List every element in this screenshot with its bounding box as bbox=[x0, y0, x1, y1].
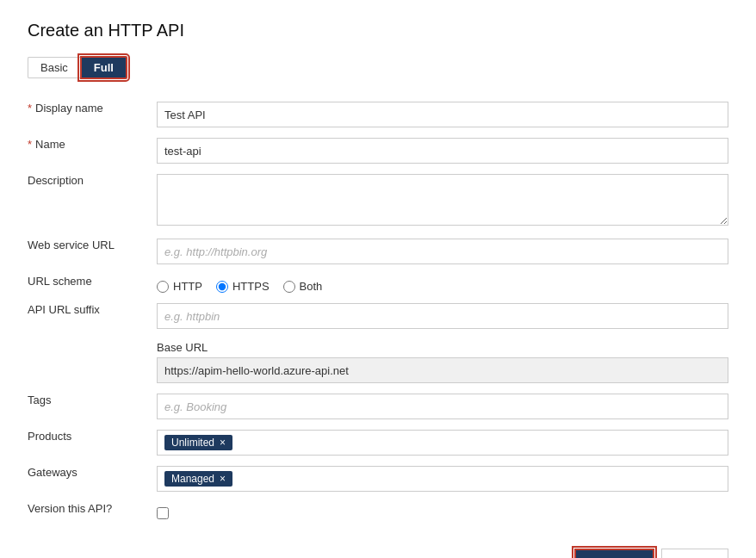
gateway-chip-managed: Managed × bbox=[164, 471, 232, 487]
products-input-wrap[interactable]: Unlimited × bbox=[157, 430, 728, 456]
gateway-chip-label: Managed bbox=[171, 473, 214, 485]
tags-input[interactable] bbox=[157, 394, 728, 419]
footer-row: Create Cancel bbox=[28, 549, 728, 558]
tags-label: Tags bbox=[28, 388, 157, 425]
url-scheme-https-label[interactable]: HTTPS bbox=[216, 280, 270, 293]
version-row: Version this API? bbox=[28, 497, 728, 524]
name-input[interactable] bbox=[157, 138, 728, 164]
web-service-url-cell bbox=[157, 233, 728, 270]
description-cell bbox=[157, 169, 728, 233]
product-chip-label: Unlimited bbox=[171, 437, 214, 449]
gateways-input-wrap[interactable]: Managed × bbox=[157, 466, 728, 492]
gateway-chip-close[interactable]: × bbox=[220, 474, 226, 484]
name-label: *Name bbox=[28, 133, 157, 169]
web-service-url-row: Web service URL bbox=[28, 233, 728, 270]
url-scheme-row: URL scheme HTTP HTTPS Both bbox=[28, 270, 728, 298]
products-cell: Unlimited × bbox=[157, 425, 728, 461]
tab-row: Basic Full bbox=[28, 56, 728, 79]
url-scheme-both-label[interactable]: Both bbox=[283, 280, 323, 293]
version-checkbox-row bbox=[157, 502, 728, 519]
required-star-name: * bbox=[28, 138, 32, 151]
products-label: Products bbox=[28, 425, 157, 461]
web-service-url-label: Web service URL bbox=[28, 233, 157, 270]
url-scheme-https-text: HTTPS bbox=[232, 280, 270, 293]
version-cell bbox=[157, 497, 728, 524]
base-url-spacer bbox=[28, 334, 157, 388]
page-title: Create an HTTP API bbox=[28, 21, 728, 40]
product-chip-unlimited: Unlimited × bbox=[164, 435, 232, 450]
version-checkbox[interactable] bbox=[157, 507, 169, 519]
api-url-suffix-label: API URL suffix bbox=[28, 298, 157, 334]
api-url-suffix-row: API URL suffix bbox=[28, 298, 728, 334]
tags-row: Tags bbox=[28, 388, 728, 425]
display-name-row: *Display name bbox=[28, 96, 728, 133]
url-scheme-https-radio[interactable] bbox=[216, 281, 228, 293]
gateways-cell: Managed × bbox=[157, 461, 728, 497]
api-url-suffix-cell bbox=[157, 298, 728, 334]
gateways-label: Gateways bbox=[28, 461, 157, 497]
description-label: Description bbox=[28, 169, 157, 233]
base-url-cell: Base URL https://apim-hello-world.azure-… bbox=[157, 334, 728, 388]
display-name-label: *Display name bbox=[28, 96, 157, 133]
url-scheme-cell: HTTP HTTPS Both bbox=[157, 270, 728, 298]
create-button[interactable]: Create bbox=[574, 549, 654, 558]
url-scheme-label: URL scheme bbox=[28, 270, 157, 298]
tags-cell bbox=[157, 388, 728, 425]
gateways-row: Gateways Managed × bbox=[28, 461, 728, 497]
name-row: *Name bbox=[28, 133, 728, 169]
base-url-row: Base URL https://apim-hello-world.azure-… bbox=[28, 334, 728, 388]
base-url-label: Base URL bbox=[157, 339, 728, 354]
url-scheme-http-radio[interactable] bbox=[157, 281, 169, 293]
description-row: Description bbox=[28, 169, 728, 233]
form-table: *Display name *Name Description Web serv… bbox=[28, 96, 728, 524]
url-scheme-both-radio[interactable] bbox=[283, 281, 295, 293]
version-label: Version this API? bbox=[28, 497, 157, 524]
base-url-value: https://apim-hello-world.azure-api.net bbox=[157, 357, 728, 383]
description-textarea[interactable] bbox=[157, 174, 728, 226]
required-star-display: * bbox=[28, 102, 32, 115]
display-name-input[interactable] bbox=[157, 102, 728, 127]
name-cell bbox=[157, 133, 728, 169]
products-row: Products Unlimited × bbox=[28, 425, 728, 461]
display-name-cell bbox=[157, 96, 728, 133]
cancel-button[interactable]: Cancel bbox=[661, 549, 728, 558]
product-chip-close[interactable]: × bbox=[220, 437, 226, 448]
tab-full[interactable]: Full bbox=[80, 56, 127, 79]
url-scheme-radio-group: HTTP HTTPS Both bbox=[157, 275, 728, 293]
url-scheme-http-text: HTTP bbox=[173, 280, 202, 293]
url-scheme-http-label[interactable]: HTTP bbox=[157, 280, 202, 293]
api-url-suffix-input[interactable] bbox=[157, 303, 728, 329]
url-scheme-both-text: Both bbox=[300, 280, 323, 293]
tab-basic[interactable]: Basic bbox=[28, 57, 80, 78]
web-service-url-input[interactable] bbox=[157, 239, 728, 264]
